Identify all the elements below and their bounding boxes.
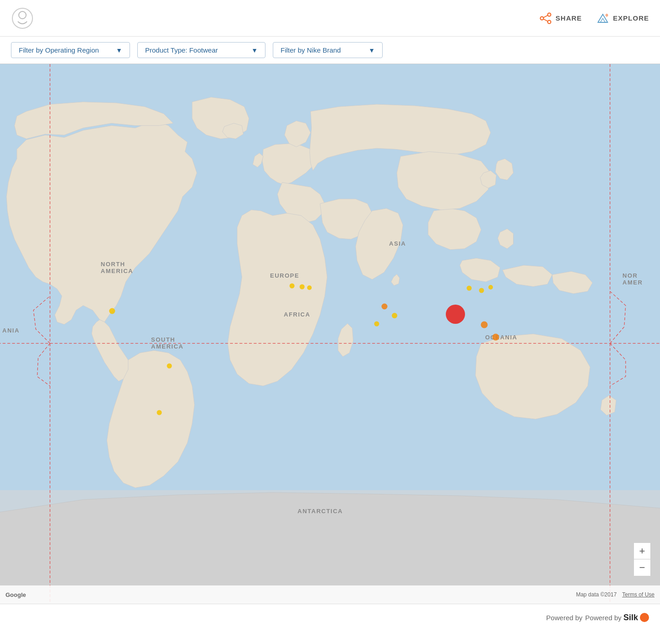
region-filter-chevron: ▼ <box>116 47 122 54</box>
terms-of-use-link[interactable]: Terms of Use <box>622 591 655 598</box>
page-footer: Powered by Powered by Silk <box>0 604 660 631</box>
dot-india-3[interactable] <box>374 322 379 327</box>
share-icon <box>539 12 552 25</box>
product-filter-dropdown[interactable]: Product Type: Footwear ▼ <box>137 42 265 58</box>
google-logo: Google <box>5 591 26 598</box>
dot-indonesia[interactable] <box>492 334 499 341</box>
svg-point-3 <box>540 16 543 20</box>
dot-india-2[interactable] <box>392 313 397 318</box>
product-filter-label: Product Type: Footwear <box>145 46 218 54</box>
dot-china-1[interactable] <box>467 286 472 291</box>
silk-icon <box>640 613 649 622</box>
svg-line-9 <box>600 18 603 22</box>
dot-north-america[interactable] <box>109 308 115 314</box>
zoom-in-button[interactable]: + <box>634 543 650 559</box>
dot-china-3[interactable] <box>488 285 493 290</box>
app-logo <box>11 7 34 30</box>
svg-point-2 <box>547 13 551 16</box>
brand-filter-chevron: ▼ <box>368 47 375 54</box>
brand-filter-label: Filter by Nike Brand <box>281 46 341 54</box>
svg-line-10 <box>603 18 605 22</box>
share-label: SHARE <box>556 14 582 22</box>
map-footer: Google Map data ©2017 Terms of Use <box>0 585 660 604</box>
region-filter-dropdown[interactable]: Filter by Operating Region ▼ <box>11 42 130 58</box>
powered-by-label: Powered by <box>585 614 623 622</box>
svg-point-1 <box>19 11 26 19</box>
svg-line-5 <box>543 15 548 17</box>
dot-india-1[interactable] <box>382 304 388 310</box>
world-map-svg <box>0 64 660 604</box>
region-filter-label: Filter by Operating Region <box>19 46 99 54</box>
zoom-controls: + − <box>633 542 651 576</box>
dot-southeast-asia-2[interactable] <box>481 322 488 328</box>
map-attribution: Map data ©2017 Terms of Use <box>576 591 655 598</box>
product-filter-chevron: ▼ <box>251 47 258 54</box>
share-button[interactable]: SHARE <box>539 12 582 25</box>
map-container: NORTHAMERICA SOUTHAMERICA EUROPE AFRICA … <box>0 64 660 604</box>
dot-china-2[interactable] <box>479 288 484 293</box>
svg-line-6 <box>543 19 548 21</box>
map-data-text: Map data ©2017 <box>576 591 617 598</box>
dot-europe-2[interactable] <box>300 284 305 290</box>
zoom-out-button[interactable]: − <box>634 559 650 576</box>
dot-europe-1[interactable] <box>290 284 295 289</box>
silk-brand-text: Silk <box>623 613 638 623</box>
explore-icon <box>596 12 609 25</box>
header-actions: SHARE EXPLORE <box>539 12 649 25</box>
dot-south-america-1[interactable] <box>167 364 172 369</box>
dot-europe-3[interactable] <box>307 285 312 290</box>
brand-filter-dropdown[interactable]: Filter by Nike Brand ▼ <box>273 42 383 58</box>
filter-bar: Filter by Operating Region ▼ Product Typ… <box>0 37 660 64</box>
dot-south-america-2[interactable] <box>157 410 162 415</box>
explore-button[interactable]: EXPLORE <box>596 12 649 25</box>
svg-point-4 <box>547 20 551 23</box>
app-header: SHARE EXPLORE <box>0 0 660 37</box>
powered-by-text: Powered by <box>546 614 582 622</box>
dot-southeast-asia-main[interactable] <box>446 305 465 324</box>
explore-label: EXPLORE <box>613 14 649 22</box>
